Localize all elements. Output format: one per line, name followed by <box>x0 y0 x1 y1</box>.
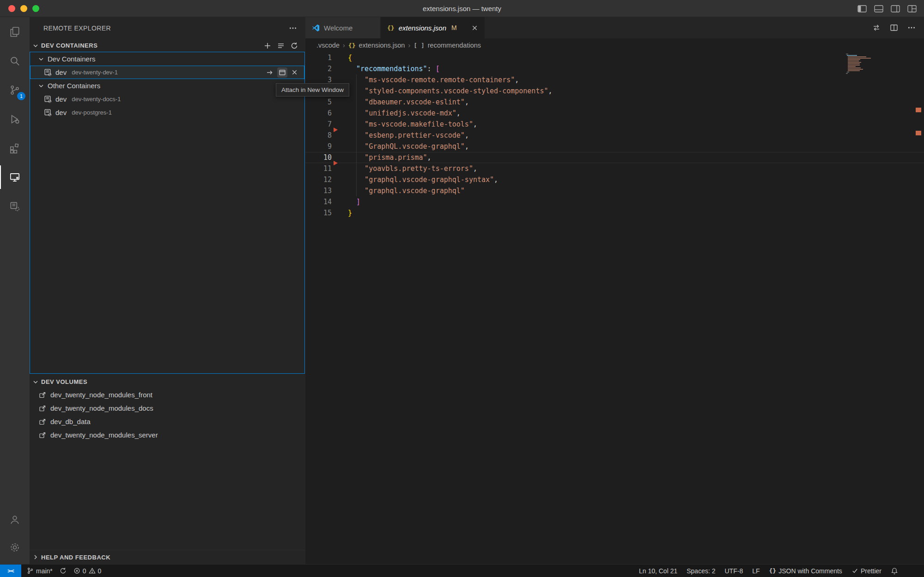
accounts-icon[interactable] <box>0 506 30 534</box>
notifications-bell-icon[interactable] <box>891 567 898 575</box>
source-control-icon[interactable]: 1 <box>0 75 30 104</box>
toggle-panel-icon[interactable] <box>874 5 883 12</box>
volume-row[interactable]: dev_db_data <box>30 415 305 428</box>
code-line[interactable]: 4 "styled-components.vscode-styled-compo… <box>305 85 924 97</box>
editor-group: Welcome {} extensions.json M .vscode › {… <box>305 17 924 564</box>
problems-status[interactable]: 0 0 <box>73 567 102 575</box>
line-number[interactable]: 15 <box>305 207 332 219</box>
cursor-position-status[interactable]: Ln 10, Col 21 <box>639 567 677 575</box>
language-mode-status[interactable]: {} JSON with Comments <box>769 567 842 575</box>
line-number[interactable]: 14 <box>305 196 332 207</box>
code-line[interactable]: 5 "dbaeumer.vscode-eslint", <box>305 97 924 108</box>
tab-label: Welcome <box>324 24 353 32</box>
close-tab-icon[interactable] <box>471 24 478 31</box>
volume-row[interactable]: dev_twenty_node_modules_server <box>30 428 305 442</box>
split-editor-icon[interactable] <box>890 24 898 32</box>
line-number[interactable]: 8 <box>305 130 332 141</box>
breadcrumb-separator-icon: › <box>408 42 410 49</box>
chevron-down-icon <box>38 83 44 89</box>
chevron-down-icon <box>32 43 39 49</box>
code-line[interactable]: 8 "esbenp.prettier-vscode", <box>305 130 924 141</box>
line-number[interactable]: 12 <box>305 174 332 185</box>
tab-extensions-json[interactable]: {} extensions.json M <box>381 17 485 38</box>
line-number[interactable]: 6 <box>305 108 332 119</box>
line-number[interactable]: 10 <box>305 152 332 163</box>
section-help-and-feedback[interactable]: HELP AND FEEDBACK <box>30 550 305 564</box>
customize-layout-icon[interactable] <box>907 5 917 12</box>
code-line[interactable]: 6 "unifiedjs.vscode-mdx", <box>305 108 924 119</box>
tree-group-other-containers[interactable]: Other Containers <box>30 79 304 92</box>
breadcrumb-file[interactable]: extensions.json <box>359 42 405 49</box>
remove-container-icon[interactable] <box>291 69 298 76</box>
symbol-array-icon: [ ] <box>413 42 424 49</box>
explorer-icon[interactable] <box>0 17 30 46</box>
scm-changes-badge: 1 <box>17 92 25 100</box>
volume-row[interactable]: dev_twenty_node_modules_front <box>30 388 305 401</box>
attach-in-new-window-icon[interactable] <box>277 67 287 78</box>
container-row-dev-twenty-dev-1[interactable]: dev dev-twenty-dev-1 <box>30 66 304 79</box>
more-actions-icon[interactable] <box>907 24 916 32</box>
code-line[interactable]: 3 "ms-vscode-remote.remote-containers", <box>305 74 924 85</box>
container-row-dev-postgres-1[interactable]: dev dev-postgres-1 <box>30 106 304 119</box>
line-number[interactable]: 13 <box>305 185 332 196</box>
new-dev-container-icon[interactable] <box>264 42 271 49</box>
show-details-icon[interactable] <box>277 42 285 49</box>
errors-icon <box>73 567 80 574</box>
code-line[interactable]: 7 "ms-vscode.makefile-tools", <box>305 119 924 130</box>
line-number[interactable]: 1 <box>305 52 332 63</box>
breadcrumb-symbol[interactable]: recommendations <box>428 42 481 49</box>
gutter-marker-icon <box>334 128 338 132</box>
encoding-status[interactable]: UTF-8 <box>725 567 743 575</box>
line-number[interactable]: 2 <box>305 63 332 74</box>
attach-to-container-icon[interactable] <box>266 69 274 76</box>
tree-group-dev-containers[interactable]: Dev Containers <box>30 52 304 66</box>
zoom-window-button[interactable] <box>32 5 39 12</box>
settings-gear-icon[interactable] <box>0 534 30 561</box>
remote-explorer-icon[interactable] <box>0 163 30 192</box>
git-branch-status[interactable]: main* <box>27 567 53 575</box>
close-window-button[interactable] <box>8 5 15 12</box>
traffic-lights <box>8 0 39 17</box>
volume-icon <box>39 405 46 412</box>
extensions-icon[interactable] <box>0 134 30 163</box>
line-number[interactable]: 11 <box>305 163 332 174</box>
containers-icon[interactable] <box>0 192 30 221</box>
breadcrumb-folder[interactable]: .vscode <box>316 42 340 49</box>
sidebar-more-actions-icon[interactable] <box>289 24 297 32</box>
refresh-icon[interactable] <box>291 42 298 49</box>
line-number[interactable]: 9 <box>305 141 332 152</box>
tab-bar: Welcome {} extensions.json M <box>305 17 924 38</box>
container-desc: dev-postgres-1 <box>72 109 112 116</box>
open-changes-icon[interactable] <box>872 24 881 32</box>
run-debug-icon[interactable] <box>0 104 30 134</box>
indentation-status[interactable]: Spaces: 2 <box>687 567 715 575</box>
toggle-secondary-sidebar-icon[interactable] <box>891 5 900 12</box>
code-line[interactable]: 9 "GraphQL.vscode-graphql", <box>305 141 924 152</box>
formatter-status[interactable]: Prettier <box>851 567 881 575</box>
tab-welcome[interactable]: Welcome <box>305 17 381 38</box>
line-number[interactable]: 5 <box>305 97 332 108</box>
search-icon[interactable] <box>0 46 30 75</box>
dev-container-icon <box>44 109 52 116</box>
code-line[interactable]: 11 "yoavbls.pretty-ts-errors", <box>305 163 924 174</box>
line-number[interactable]: 7 <box>305 119 332 130</box>
minimize-window-button[interactable] <box>20 5 27 12</box>
sync-changes-status[interactable] <box>60 567 67 574</box>
dev-container-icon <box>44 95 52 103</box>
remote-indicator[interactable]: >< <box>0 565 21 577</box>
minimap[interactable] <box>845 53 874 75</box>
eol-status[interactable]: LF <box>752 567 760 575</box>
section-dev-containers[interactable]: DEV CONTAINERS <box>30 39 305 52</box>
code-line[interactable]: 14 ] <box>305 196 924 207</box>
code-editor[interactable]: 1{ 2 "recommendations": [ 3 "ms-vscode-r… <box>305 52 924 564</box>
volume-row[interactable]: dev_twenty_node_modules_docs <box>30 401 305 415</box>
toggle-primary-sidebar-icon[interactable] <box>857 5 867 12</box>
code-line[interactable]: 13 "graphql.vscode-graphql" <box>305 185 924 196</box>
section-dev-volumes[interactable]: DEV VOLUMES <box>30 376 305 388</box>
code-line[interactable]: 2 "recommendations": [ <box>305 63 924 74</box>
code-line[interactable]: 12 "graphql.vscode-graphql-syntax", <box>305 174 924 185</box>
container-row-dev-twenty-docs-1[interactable]: dev dev-twenty-docs-1 <box>30 92 304 106</box>
code-line-current[interactable]: 10 "prisma.prisma", <box>305 152 924 163</box>
code-line[interactable]: 15} <box>305 207 924 219</box>
code-line[interactable]: 1{ <box>305 52 924 63</box>
